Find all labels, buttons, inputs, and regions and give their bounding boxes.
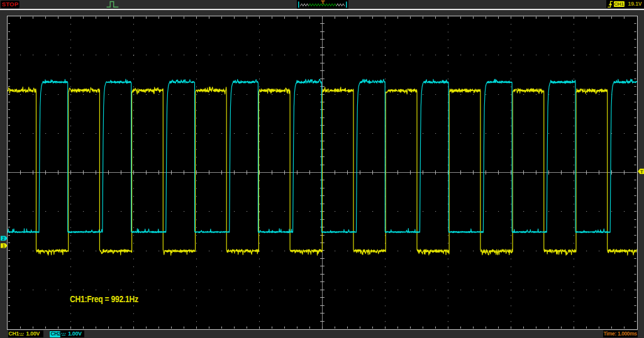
svg-text:1: 1	[3, 243, 5, 249]
svg-text:1.00V: 1.00V	[26, 330, 40, 337]
svg-text:1.00V: 1.00V	[68, 330, 82, 337]
svg-text:CH1: CH1	[8, 330, 19, 337]
svg-text:2: 2	[2, 236, 4, 241]
svg-text:T: T	[640, 169, 643, 175]
svg-text:CH2: CH2	[50, 330, 61, 337]
